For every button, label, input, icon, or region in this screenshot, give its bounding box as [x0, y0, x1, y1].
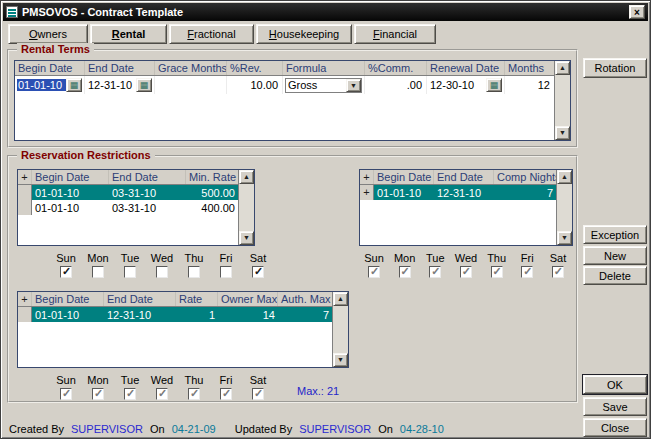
min-rate-value: 400.00	[186, 201, 238, 215]
chevron-down-icon[interactable]: ▼	[346, 79, 361, 92]
comp-nights-value: 7	[494, 186, 556, 200]
calendar-icon[interactable]: ▦	[66, 78, 82, 92]
col-header-owner-max: Owner Max	[218, 292, 278, 306]
checkbox-mon[interactable]	[92, 266, 104, 278]
day-label: Sun	[56, 375, 76, 386]
rev-pct-field[interactable]: 10.00	[229, 79, 280, 91]
day-sat: Sat	[243, 375, 273, 401]
min-rate-scrollbar[interactable]: ▲ ▼	[238, 170, 254, 245]
row-marker	[18, 185, 32, 200]
checkbox-wed[interactable]	[156, 266, 168, 278]
renewal-date-field[interactable]: 12-30-10	[429, 79, 486, 91]
checkbox-fri[interactable]	[220, 266, 232, 278]
table-row[interactable]: + 01-01-10 12-31-10 7	[360, 185, 556, 200]
formula-cell: Gross ▼	[283, 76, 365, 94]
day-mon: Mon	[390, 253, 420, 279]
col-header-comm-pct: %Comm.	[365, 61, 427, 75]
delete-button[interactable]: Delete	[583, 266, 647, 285]
col-header-renewal-date: Renewal Date	[427, 61, 505, 75]
end-date-value: 03-31-10	[109, 201, 186, 215]
scroll-up-icon[interactable]: ▲	[333, 292, 348, 306]
col-header-begin-date: Begin Date	[32, 170, 109, 184]
checkbox-mon[interactable]	[92, 388, 104, 400]
scroll-up-icon[interactable]: ▲	[239, 170, 254, 184]
scroll-down-icon[interactable]: ▼	[333, 353, 348, 367]
col-header-months: Months	[505, 61, 554, 75]
checkbox-wed[interactable]	[156, 388, 168, 400]
checkbox-tue[interactable]	[124, 266, 136, 278]
col-header-grace-months: Grace Months	[155, 61, 227, 75]
tab-financial[interactable]: Financial	[354, 24, 436, 44]
day-sat: Sat	[543, 253, 573, 279]
scroll-down-icon[interactable]: ▼	[239, 231, 254, 245]
new-button[interactable]: New	[583, 246, 647, 265]
comm-pct-cell: .00	[365, 76, 427, 94]
ok-button[interactable]: OK	[583, 375, 647, 394]
owner-rate-scrollbar[interactable]: ▲ ▼	[332, 292, 348, 367]
tab-fractional[interactable]: Fractional	[169, 24, 254, 44]
col-header-auth-max: Auth. Max	[278, 292, 332, 306]
day-tue: Tue	[420, 253, 450, 279]
calendar-icon[interactable]: ▦	[136, 78, 152, 92]
tab-owners[interactable]: Owners	[8, 24, 88, 44]
day-tue: Tue	[115, 253, 145, 279]
grace-months-cell	[155, 76, 227, 94]
day-label: Sat	[550, 253, 567, 264]
day-label: Mon	[87, 253, 108, 264]
comp-nights-scrollbar[interactable]: ▲ ▼	[556, 170, 572, 245]
day-label: Fri	[220, 253, 233, 264]
end-date-value: 12-31-10	[104, 308, 176, 322]
checkbox-sat[interactable]	[252, 266, 264, 278]
owner-rate-header-row: + Begin Date End Date Rate Owner Max Aut…	[18, 292, 348, 307]
on-label: On	[378, 423, 393, 435]
end-date-value: 03-31-10	[109, 186, 186, 200]
col-header-min-rate: Min. Rate	[186, 170, 238, 184]
window-title: PMSOVOS - Contract Template	[22, 6, 629, 18]
day-label: Mon	[87, 375, 108, 386]
col-header-end-date: End Date	[434, 170, 494, 184]
rental-terms-scrollbar[interactable]: ▲ ▼	[554, 61, 570, 140]
checkbox-thu[interactable]	[188, 388, 200, 400]
rate-value: 1	[176, 308, 218, 322]
scroll-down-icon[interactable]: ▼	[555, 126, 570, 140]
checkbox-sat[interactable]	[252, 388, 264, 400]
begin-date-field[interactable]: 01-01-10	[17, 79, 66, 91]
on-label: On	[150, 423, 165, 435]
begin-date-cell: 01-01-10▦	[15, 76, 85, 94]
tab-rental[interactable]: Rental	[90, 24, 167, 44]
exception-button[interactable]: Exception	[583, 225, 647, 244]
close-icon[interactable]: ×	[629, 5, 645, 19]
scroll-down-icon[interactable]: ▼	[557, 231, 572, 245]
table-row[interactable]: 01-01-10 03-31-10 500.00	[18, 185, 238, 200]
col-header-rate: Rate	[176, 292, 218, 306]
col-header-rev-pct: %Rev.	[227, 61, 283, 75]
formula-dropdown[interactable]: Gross ▼	[285, 78, 362, 93]
day-sun: Sun	[359, 253, 389, 279]
months-field[interactable]: 12	[507, 79, 552, 91]
scroll-up-icon[interactable]: ▲	[555, 61, 570, 75]
close-button[interactable]: Close	[583, 418, 647, 437]
day-fri: Fri	[211, 375, 241, 401]
checkbox-tue[interactable]	[124, 388, 136, 400]
scroll-up-icon[interactable]: ▲	[557, 170, 572, 184]
checkbox-sun[interactable]	[60, 388, 72, 400]
tab-housekeeping[interactable]: Housekeeping	[256, 24, 352, 44]
end-date-field[interactable]: 12-31-10	[87, 79, 136, 91]
save-button[interactable]: Save	[583, 397, 647, 416]
day-tue: Tue	[115, 375, 145, 401]
checkbox-thu[interactable]	[188, 266, 200, 278]
day-mon: Mon	[83, 253, 113, 279]
checkbox-fri[interactable]	[220, 388, 232, 400]
day-wed: Wed	[451, 253, 481, 279]
col-header-begin-date: Begin Date	[32, 292, 104, 306]
rental-terms-row[interactable]: 01-01-10▦ 12-31-10▦ 10.00 Gross ▼ .00 12…	[15, 76, 554, 94]
day-sun: Sun	[51, 375, 81, 401]
table-row[interactable]: 01-01-10 12-31-10 1 14 7	[18, 307, 332, 322]
day-label: Wed	[151, 375, 173, 386]
comm-pct-field[interactable]: .00	[367, 79, 424, 91]
table-row[interactable]: 01-01-10 03-31-10 400.00	[18, 200, 238, 215]
calendar-icon[interactable]: ▦	[486, 78, 502, 92]
checkbox-sun[interactable]	[60, 266, 72, 278]
rotation-button[interactable]: Rotation	[583, 58, 647, 78]
rental-terms-header-row: Begin Date End Date Grace Months %Rev. F…	[15, 61, 570, 76]
